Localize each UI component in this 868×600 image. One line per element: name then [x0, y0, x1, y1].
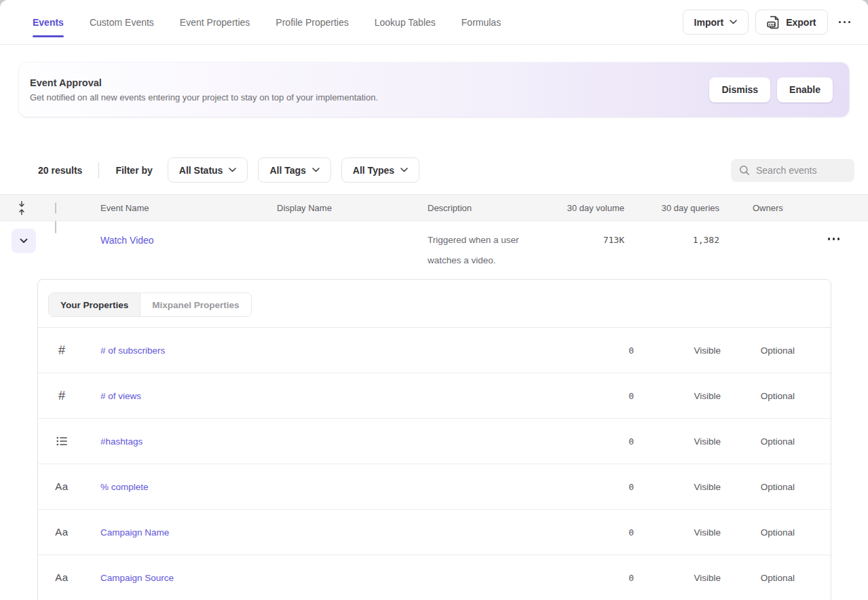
export-button[interactable]: csv Export: [755, 10, 827, 35]
property-name-link[interactable]: #hashtags: [86, 436, 552, 447]
status-filter-label: All Status: [179, 165, 223, 176]
column-owners[interactable]: Owners: [719, 203, 868, 213]
tab-events[interactable]: Events: [33, 13, 64, 32]
types-filter-label: All Types: [353, 165, 394, 176]
search-box[interactable]: [731, 159, 854, 182]
tab-custom-events[interactable]: Custom Events: [90, 13, 154, 32]
property-requirement[interactable]: Optional: [721, 436, 795, 447]
select-all-checkbox[interactable]: [55, 202, 56, 214]
nav-actions: Import csv Export: [683, 10, 854, 35]
property-name-link[interactable]: # of subscribers: [86, 345, 552, 356]
text-icon: [55, 481, 68, 493]
column-display-name[interactable]: Display Name: [250, 203, 400, 213]
property-row: # of views 0 Visible Optional: [38, 373, 831, 419]
properties-tab-switcher: Your Properties Mixpanel Properties: [48, 293, 252, 317]
banner-title: Event Approval: [30, 77, 378, 88]
event-name-link[interactable]: Watch Video: [100, 221, 154, 246]
import-button[interactable]: Import: [683, 10, 749, 35]
column-event-name[interactable]: Event Name: [73, 203, 250, 213]
tab-event-properties[interactable]: Event Properties: [180, 13, 250, 32]
property-count: 0: [552, 391, 634, 401]
property-count: 0: [552, 482, 634, 492]
row-more-options-button[interactable]: [828, 238, 840, 240]
property-name-link[interactable]: % complete: [86, 482, 552, 492]
row-checkbox[interactable]: [55, 221, 56, 233]
table-row-watch-video: Watch Video Triggered when a user watche…: [0, 221, 868, 279]
banner-actions: Dismiss Enable: [709, 77, 833, 102]
filter-by-label: Filter by: [115, 165, 152, 176]
chevron-down-icon: [400, 168, 408, 172]
filter-bar: 20 results Filter by All Status All Tags…: [0, 157, 868, 183]
event-approval-banner: Event Approval Get notified on all new e…: [19, 62, 849, 117]
tab-profile-properties[interactable]: Profile Properties: [276, 13, 348, 32]
search-input[interactable]: [756, 165, 844, 176]
property-count: 0: [552, 345, 634, 356]
property-row: #hashtags 0 Visible Optional: [38, 419, 831, 464]
property-requirement[interactable]: Optional: [721, 573, 795, 583]
property-name-link[interactable]: Campaign Name: [86, 527, 552, 538]
nav-tabs: Events Custom Events Event Properties Pr…: [33, 13, 501, 32]
dismiss-button[interactable]: Dismiss: [709, 77, 770, 102]
list-icon: [56, 436, 67, 446]
property-row: # of subscribers 0 Visible Optional: [38, 328, 831, 373]
event-description: Triggered when a user watches a video.: [428, 221, 543, 271]
tab-formulas[interactable]: Formulas: [461, 13, 501, 32]
number-icon: [58, 343, 65, 358]
property-count: 0: [552, 573, 634, 583]
property-count: 0: [552, 527, 634, 538]
properties-list: # of subscribers 0 Visible Optional # of…: [38, 328, 831, 600]
tags-filter-label: All Tags: [269, 165, 305, 176]
property-requirement[interactable]: Optional: [721, 391, 795, 401]
queries-value: 1,382: [624, 221, 719, 245]
banner-text: Event Approval Get notified on all new e…: [30, 77, 378, 102]
property-name-link[interactable]: Campaign Source: [86, 573, 552, 583]
property-visibility[interactable]: Visible: [634, 573, 721, 583]
enable-button[interactable]: Enable: [777, 77, 833, 102]
more-options-button[interactable]: [835, 10, 855, 35]
text-icon: [55, 571, 68, 584]
ellipsis-icon: [828, 238, 840, 240]
banner-description: Get notified on all new events entering …: [30, 92, 378, 102]
tab-mixpanel-properties[interactable]: Mixpanel Properties: [140, 293, 250, 316]
column-30-day-queries[interactable]: 30 day queries: [624, 203, 719, 213]
text-icon: [55, 526, 68, 538]
event-properties-panel: Your Properties Mixpanel Properties # of…: [37, 279, 831, 600]
csv-file-icon: csv: [767, 16, 780, 29]
types-filter-dropdown[interactable]: All Types: [341, 157, 419, 183]
property-visibility[interactable]: Visible: [634, 345, 721, 356]
tags-filter-dropdown[interactable]: All Tags: [258, 157, 331, 183]
property-requirement[interactable]: Optional: [721, 527, 795, 538]
property-visibility[interactable]: Visible: [634, 482, 721, 492]
property-requirement[interactable]: Optional: [721, 345, 795, 356]
property-visibility[interactable]: Visible: [634, 527, 721, 538]
column-description[interactable]: Description: [400, 203, 543, 213]
property-name-link[interactable]: # of views: [86, 391, 552, 401]
divider: [98, 162, 99, 179]
tab-your-properties[interactable]: Your Properties: [49, 293, 140, 316]
chevron-down-icon: [312, 168, 320, 172]
number-icon: [58, 389, 65, 403]
property-count: 0: [552, 436, 634, 447]
lexicon-events-page: Events Custom Events Event Properties Pr…: [0, 0, 868, 600]
property-requirement[interactable]: Optional: [721, 482, 795, 492]
column-30-day-volume[interactable]: 30 day volume: [543, 203, 624, 213]
chevron-down-icon: [730, 20, 737, 24]
property-row: Campaign Source 0 Visible Optional: [38, 555, 831, 600]
property-visibility[interactable]: Visible: [634, 436, 721, 447]
ellipsis-icon: [839, 21, 851, 24]
events-table-header: Event Name Display Name Description 30 d…: [0, 194, 868, 221]
tab-lookup-tables[interactable]: Lookup Tables: [375, 13, 436, 32]
results-count: 20 results: [38, 165, 82, 176]
property-row: Campaign Name 0 Visible Optional: [38, 510, 831, 555]
collapse-all-icon[interactable]: [0, 201, 43, 215]
property-visibility[interactable]: Visible: [634, 391, 721, 401]
property-row: % complete 0 Visible Optional: [38, 464, 831, 510]
svg-text:csv: csv: [769, 22, 776, 26]
volume-value: 713K: [543, 221, 624, 245]
export-button-label: Export: [786, 17, 816, 28]
search-icon: [739, 165, 750, 176]
collapse-row-button[interactable]: [12, 229, 36, 253]
import-button-label: Import: [694, 17, 724, 28]
chevron-down-icon: [229, 168, 236, 172]
status-filter-dropdown[interactable]: All Status: [168, 157, 248, 183]
